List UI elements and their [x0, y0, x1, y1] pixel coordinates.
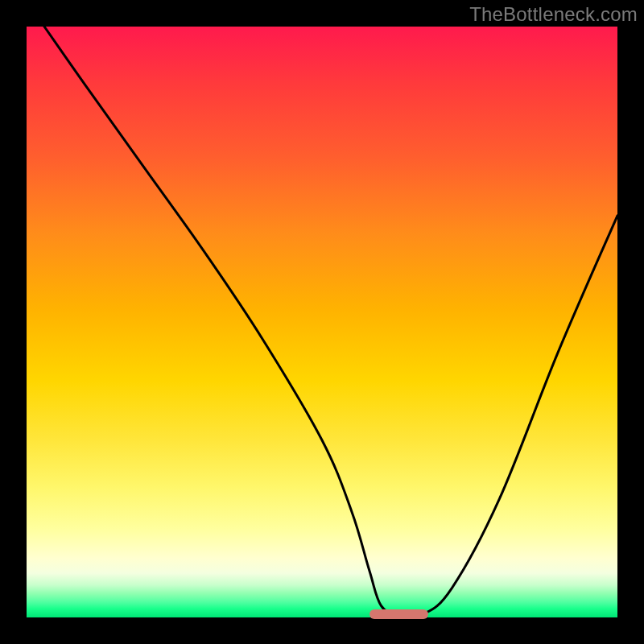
optimal-range-marker	[369, 609, 428, 619]
bottleneck-curve	[27, 27, 617, 617]
watermark-text: TheBottleneck.com	[469, 3, 638, 26]
chart-frame: TheBottleneck.com	[0, 0, 644, 644]
plot-area	[27, 27, 617, 617]
